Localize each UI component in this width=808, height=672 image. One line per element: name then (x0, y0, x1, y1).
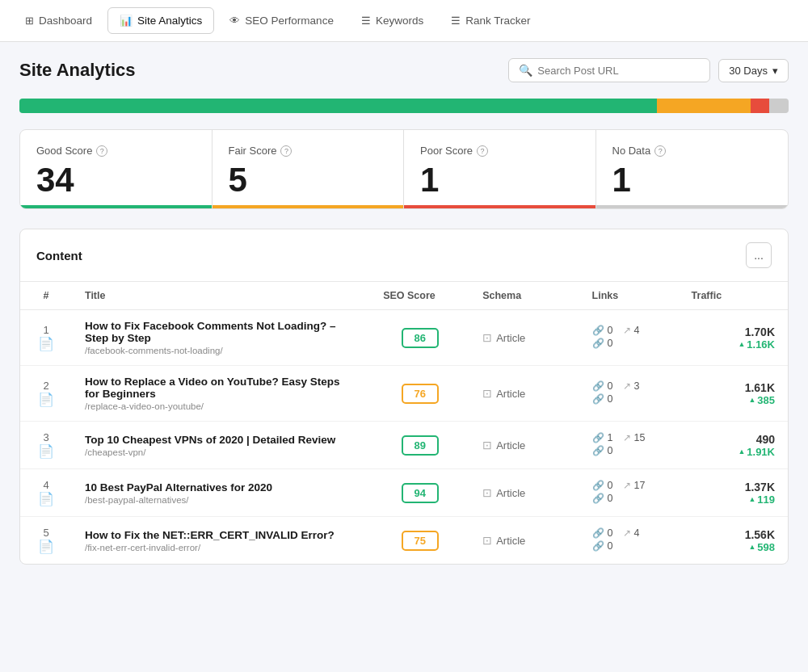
seo-score-badge: 86 (402, 328, 439, 348)
backlinks-count: 0 (608, 393, 613, 405)
data-table: # Title SEO Score Schema Links Traffic 1… (20, 282, 788, 564)
internal-links-count: 0 (608, 380, 613, 392)
score-card-bar (596, 205, 789, 208)
backlinks-count: 0 (608, 540, 613, 552)
header-controls: 🔍 30 Days ▾ (508, 58, 789, 82)
external-link-icon: ↗ (623, 527, 631, 539)
links-cell: 🔗 0 ↗ 3 🔗 0 (579, 366, 679, 422)
table-header: # Title SEO Score Schema Links Traffic (20, 282, 788, 310)
post-url: /facebook-comments-not-loading/ (85, 346, 357, 355)
tab-site-analytics[interactable]: 📊 Site Analytics (107, 7, 214, 34)
links-cell: 🔗 0 ↗ 4 🔗 0 (579, 517, 679, 565)
seo-score-badge: 76 (402, 384, 439, 404)
post-title[interactable]: 10 Best PayPal Alternatives for 2020 (85, 481, 357, 494)
traffic-change: 385 (692, 394, 775, 406)
doc-icon: 📄 (33, 443, 59, 459)
doc-icon: 📄 (33, 539, 59, 554)
traffic-main: 1.70K (692, 326, 775, 338)
traffic-main: 1.56K (692, 528, 775, 541)
schema-icon: ⊡ (482, 439, 492, 452)
score-card-label: Poor Score ? (420, 145, 579, 157)
traffic-main: 490 (692, 433, 775, 446)
help-icon[interactable]: ? (96, 145, 107, 157)
traffic-cell: 1.70K 1.16K (679, 310, 788, 366)
links-cell: 🔗 0 ↗ 17 🔗 0 (579, 469, 679, 517)
links-cell: 🔗 0 ↗ 4 🔗 0 (579, 310, 679, 366)
seo-score-cell: 86 (370, 310, 469, 366)
row-number: 3 📄 (20, 422, 72, 469)
seo-score-badge: 75 (402, 531, 439, 551)
keywords-icon: ☰ (361, 15, 371, 27)
schema-cell: ⊡ Article (469, 310, 579, 366)
more-button[interactable]: ... (746, 242, 772, 268)
tab-rank-tracker[interactable]: ☰ Rank Tracker (439, 7, 542, 34)
traffic-change: 119 (692, 494, 775, 506)
traffic-cell: 1.61K 385 (679, 366, 788, 422)
col-num: # (20, 282, 72, 310)
schema-cell: ⊡ Article (469, 366, 579, 422)
table-row: 1 📄 How to Fix Facebook Comments Not Loa… (20, 310, 788, 366)
post-title[interactable]: How to Fix Facebook Comments Not Loading… (85, 320, 357, 344)
backlinks-count: 0 (608, 445, 613, 456)
traffic-change: 1.16K (692, 338, 775, 351)
table-row: 5 📄 How to Fix the NET::ERR_CERT_INVALID… (20, 517, 788, 565)
content-header: Content ... (20, 229, 788, 282)
seo-score-badge: 89 (402, 435, 439, 456)
tab-seo-performance[interactable]: 👁 SEO Performance (217, 7, 346, 34)
score-card-bar (213, 205, 404, 208)
days-dropdown[interactable]: 30 Days ▾ (718, 59, 789, 82)
score-card-bar (20, 205, 212, 208)
external-links-count: 4 (634, 325, 640, 336)
content-card: Content ... # Title SEO Score Schema Lin… (19, 229, 789, 565)
row-number: 5 📄 (20, 517, 72, 565)
post-title[interactable]: How to Fix the NET::ERR_CERT_INVALID Err… (85, 529, 357, 541)
search-input[interactable] (537, 65, 700, 77)
table-row: 4 📄 10 Best PayPal Alternatives for 2020… (20, 469, 788, 517)
schema-icon: ⊡ (482, 486, 492, 499)
score-bar (19, 99, 789, 113)
post-url: /fix-net-err-cert-invalid-error/ (85, 543, 357, 552)
help-icon[interactable]: ? (477, 145, 488, 157)
schema-label: Article (496, 388, 525, 400)
score-card: Fair Score ? 5 (213, 130, 405, 208)
external-link-icon: ↗ (623, 380, 631, 392)
seo-score-cell: 94 (370, 469, 469, 517)
external-links-count: 3 (634, 380, 640, 392)
search-box[interactable]: 🔍 (508, 58, 710, 82)
backlink-icon: 🔗 (592, 445, 604, 456)
col-seo-score: SEO Score (370, 282, 469, 310)
col-links: Links (579, 282, 679, 310)
internal-links-count: 0 (608, 527, 613, 539)
row-number: 1 📄 (20, 310, 72, 366)
seo-score-badge: 94 (402, 483, 439, 503)
backlink-icon: 🔗 (592, 393, 604, 405)
internal-link-icon: 🔗 (592, 527, 604, 539)
score-card: Good Score ? 34 (20, 130, 213, 208)
schema-icon: ⊡ (482, 387, 492, 400)
seo-score-cell: 89 (370, 422, 469, 469)
dashboard-icon: ⊞ (25, 15, 34, 27)
external-links-count: 17 (634, 480, 646, 491)
score-card-value: 5 (229, 163, 388, 197)
col-title: Title (72, 282, 370, 310)
score-card-bar (404, 205, 595, 208)
tab-dashboard[interactable]: ⊞ Dashboard (13, 7, 104, 34)
seo-score-cell: 75 (370, 517, 469, 565)
backlink-icon: 🔗 (592, 540, 604, 552)
doc-icon: 📄 (33, 491, 59, 506)
backlinks-count: 0 (608, 338, 613, 349)
post-title[interactable]: Top 10 Cheapest VPNs of 2020 | Detailed … (85, 434, 357, 446)
internal-links-count: 0 (608, 480, 613, 491)
rank-tracker-icon: ☰ (451, 15, 461, 27)
tab-keywords[interactable]: ☰ Keywords (349, 7, 436, 34)
post-url: /best-paypal-alternatives/ (85, 495, 357, 505)
score-card-label: No Data ? (612, 145, 772, 157)
external-links-count: 15 (634, 432, 646, 443)
help-icon[interactable]: ? (280, 145, 292, 157)
row-number: 4 📄 (20, 469, 72, 517)
table-row: 2 📄 How to Replace a Video on YouTube? E… (20, 366, 788, 422)
traffic-cell: 1.56K 598 (679, 517, 788, 565)
post-title[interactable]: How to Replace a Video on YouTube? Easy … (85, 376, 357, 400)
help-icon[interactable]: ? (654, 145, 666, 157)
table-body: 1 📄 How to Fix Facebook Comments Not Loa… (20, 310, 788, 565)
